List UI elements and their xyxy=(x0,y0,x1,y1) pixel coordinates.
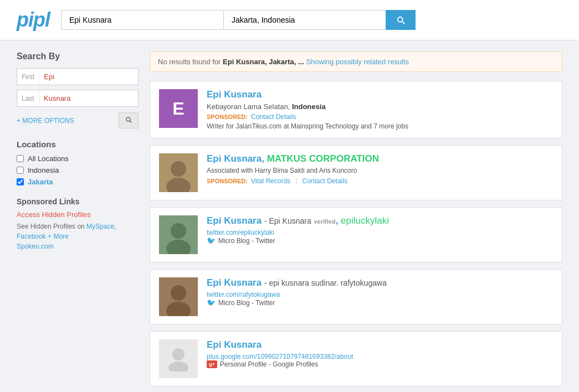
result-name-4[interactable]: Epi Kusnara - epi kusnara sudinar. rafyt… xyxy=(207,277,553,288)
avatar-photo-4 xyxy=(159,277,198,316)
result-card-3: Epi Kusnara - Epi Kusnara verified, epil… xyxy=(150,207,562,262)
contact-details-link-1[interactable]: Contact Details xyxy=(251,113,296,121)
see-hidden-text: See Hidden Profiles on xyxy=(17,223,85,230)
last-label: Last xyxy=(17,91,39,106)
result-info-1: Epi Kusnara Kebayoran Lama Selatan, Indo… xyxy=(207,89,553,130)
search-location-input[interactable] xyxy=(223,10,386,30)
avatar-4 xyxy=(159,277,198,316)
result-info-4: Epi Kusnara - epi kusnara sudinar. rafyt… xyxy=(207,277,553,307)
more-options-row: + MORE OPTIONS xyxy=(17,112,139,128)
sponsored-badge-1: SPONSORED: xyxy=(207,114,248,120)
dash-text-4: - epi kusnara sudinar. rafytokugawa xyxy=(264,278,387,287)
avatar-placeholder-5 xyxy=(159,339,198,378)
no-results-text: No results found for xyxy=(158,58,221,66)
result-name-1[interactable]: Epi Kusnara xyxy=(207,89,553,100)
locations-title: Locations xyxy=(17,140,139,149)
svg-point-12 xyxy=(168,362,188,372)
result-location-1: Kebayoran Lama Selatan, Indonesia xyxy=(207,102,553,111)
last-name-wrapper: Last xyxy=(17,90,139,107)
twitter-icon-3: 🐦 xyxy=(207,236,216,245)
gplus-row-5: g+ Personal Profile - Google Profiles xyxy=(207,360,553,368)
svg-point-0 xyxy=(126,117,130,121)
sponsored-links-title: Sponsored Links xyxy=(17,197,139,206)
search-by-label: Search By xyxy=(17,51,139,61)
location-indonesia-label: Indonesia xyxy=(28,166,59,174)
spokeo-link[interactable]: Spokeo.com xyxy=(17,243,54,250)
micro-blog-3: 🐦 Micro Blog - Twitter xyxy=(207,236,553,245)
gplus-icon-5: g+ xyxy=(207,360,217,368)
sponsored-row-2: SPONSORED: Vital Records | Contact Detai… xyxy=(207,177,553,185)
result-name-5[interactable]: Epi Kusnara xyxy=(207,339,553,350)
result-card-4: Epi Kusnara - epi kusnara sudinar. rafyt… xyxy=(150,269,562,324)
svg-point-9 xyxy=(171,285,186,301)
gplus-url-5[interactable]: plus.google.com/109902710797481693382/ab… xyxy=(207,353,553,360)
first-name-input[interactable] xyxy=(39,69,138,85)
twitter-icon-4: 🐦 xyxy=(207,298,216,307)
locations-section: Locations All Locations Indonesia Jakart… xyxy=(17,140,139,186)
svg-line-1 xyxy=(130,121,132,123)
result-info-5: Epi Kusnara plus.google.com/109902710797… xyxy=(207,339,553,368)
result-card-1: E Epi Kusnara Kebayoran Lama Selatan, In… xyxy=(150,81,562,138)
location-indonesia[interactable]: Indonesia xyxy=(17,166,139,174)
micro-blog-label-3: Micro Blog - Twitter xyxy=(218,237,275,245)
name-text-4: Epi Kusnara xyxy=(207,277,262,288)
sponsored-row-1: SPONSORED: Contact Details xyxy=(207,113,553,121)
handle-3: epiluckylaki xyxy=(341,215,389,226)
first-name-group: First xyxy=(17,68,139,85)
avatar-photo-2 xyxy=(159,153,198,192)
associated-2: Associated with Harry Bima Sakti and Ari… xyxy=(207,167,553,174)
corp-name-2: MATKUS CORPORATION xyxy=(267,153,379,164)
micro-blog-4: 🐦 Micro Blog - Twitter xyxy=(207,298,553,307)
sidebar-search-button[interactable] xyxy=(119,112,139,128)
search-name-input[interactable] xyxy=(61,10,223,30)
logo: pipl xyxy=(17,8,50,32)
sponsored-badge-2: SPONSORED: xyxy=(207,178,248,184)
avatar-1: E xyxy=(159,89,198,128)
profile-type-5: Personal Profile - Google Profiles xyxy=(220,360,318,368)
contact-details-link-2[interactable]: Contact Details xyxy=(303,177,347,185)
access-hidden-profiles-link[interactable]: Access Hidden Profiles xyxy=(17,210,139,219)
result-card-2: Epi Kusnara, MATKUS CORPORATION Associat… xyxy=(150,145,562,200)
last-name-group: Last xyxy=(17,90,139,107)
main-layout: Search By First Last + MORE OPTIONS Loca… xyxy=(0,40,579,392)
result-info-3: Epi Kusnara - Epi Kusnara verified, epil… xyxy=(207,215,553,245)
vital-records-link-2[interactable]: Vital Records xyxy=(251,177,290,185)
dash-text-3: - Epi Kusnara xyxy=(264,216,311,225)
last-name-input[interactable] xyxy=(39,90,138,106)
header: pipl xyxy=(0,0,579,40)
location-jakarta-label: Jakarta xyxy=(28,178,53,186)
pipe-2: | xyxy=(295,177,297,185)
avatar-5 xyxy=(159,339,198,378)
sponsored-section: Sponsored Links Access Hidden Profiles S… xyxy=(17,197,139,251)
result-name-3[interactable]: Epi Kusnara - Epi Kusnara verified, epil… xyxy=(207,215,553,226)
svg-point-11 xyxy=(172,348,185,360)
first-label: First xyxy=(17,69,39,85)
avatar-2 xyxy=(159,153,198,192)
result-card-5: Epi Kusnara plus.google.com/109902710797… xyxy=(150,331,562,386)
results-area: No results found for Epi Kusnara, Jakart… xyxy=(150,51,562,392)
search-bar xyxy=(61,10,416,30)
location-jakarta[interactable]: Jakarta xyxy=(17,178,139,186)
more-options-link[interactable]: + MORE OPTIONS xyxy=(17,117,74,125)
name-text-2: Epi Kusnara xyxy=(207,153,262,164)
result-desc-1: Writer for JalanTikus.com at Mainspring … xyxy=(207,122,553,130)
location-jakarta-checkbox[interactable] xyxy=(17,178,24,185)
name-text-3: Epi Kusnara xyxy=(207,215,262,226)
sidebar: Search By First Last + MORE OPTIONS Loca… xyxy=(17,51,139,392)
twitter-url-3[interactable]: twitter.com/epiluckylaki xyxy=(207,229,553,236)
svg-point-6 xyxy=(171,223,186,239)
location-all-locations[interactable]: All Locations xyxy=(17,154,139,163)
avatar-3 xyxy=(159,215,198,254)
facebook-link[interactable]: Facebook xyxy=(17,233,46,240)
twitter-url-4[interactable]: twitter.com/rafytokugawa xyxy=(207,291,553,298)
myspace-link[interactable]: MySpace xyxy=(86,223,114,230)
location-all-checkbox[interactable] xyxy=(17,155,24,162)
location-indonesia-checkbox[interactable] xyxy=(17,167,24,174)
micro-blog-label-4: Micro Blog - Twitter xyxy=(218,299,275,307)
search-button[interactable] xyxy=(386,10,416,30)
first-name-wrapper: First xyxy=(17,68,139,85)
avatar-photo-3 xyxy=(159,215,198,254)
verified-3: verified xyxy=(314,218,336,225)
more-link[interactable]: + More xyxy=(48,233,69,240)
result-name-2[interactable]: Epi Kusnara, MATKUS CORPORATION xyxy=(207,153,553,164)
